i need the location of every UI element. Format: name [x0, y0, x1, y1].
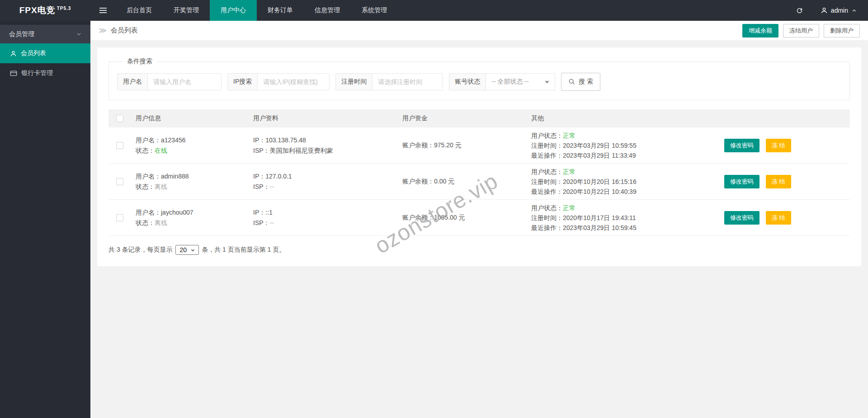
freeze-user-button[interactable]: 冻结用户 [783, 24, 819, 38]
search-button[interactable]: 搜 索 [561, 73, 600, 91]
change-password-button[interactable]: 修改密码 [724, 139, 760, 152]
hamburger-icon[interactable] [90, 0, 116, 21]
username-input[interactable] [148, 74, 221, 90]
change-password-button[interactable]: 修改密码 [724, 211, 760, 225]
username-value: admin888 [161, 173, 189, 180]
username-field-group: 用户名 [117, 73, 222, 90]
username-field-label: 用户名 [118, 74, 148, 90]
search-legend: 条件搜索 [123, 57, 157, 66]
member-list-card: 条件搜索 用户名 IP搜索 注册时间 账号状态 [97, 47, 861, 266]
isp-value: 美国加利福尼亚费利蒙 [270, 147, 333, 154]
sidebar-item-label: 银行卡管理 [21, 69, 53, 77]
sidebar: 会员管理 会员列表 银行卡管理 [0, 21, 90, 418]
pagination-suffix: 条，共 1 页当前显示第 1 页。 [202, 246, 285, 254]
nav-item-lottery[interactable]: 开奖管理 [163, 0, 210, 21]
reg-time-value: 2020年10月17日 19:43:11 [563, 214, 636, 221]
topbar: FPX电竞TP5.3 后台首页 开奖管理 用户中心 财务订单 信息管理 系统管理… [0, 0, 868, 21]
content: 条件搜索 用户名 IP搜索 注册时间 账号状态 [90, 41, 868, 273]
page-size-select[interactable]: 20 [175, 245, 199, 255]
select-caret-icon [190, 248, 195, 253]
row-freeze-button[interactable]: 冻 结 [766, 175, 791, 188]
row-freeze-button[interactable]: 冻 结 [766, 211, 791, 225]
online-status: 离线 [155, 219, 167, 226]
table-header: 用户信息 用户资料 用户资金 其他 [108, 109, 850, 127]
delete-user-button[interactable]: 删除用户 [824, 24, 860, 38]
change-password-button[interactable]: 修改密码 [724, 175, 760, 188]
column-other: 其他 [527, 114, 719, 122]
account-status-value: 正常 [563, 204, 576, 211]
column-user-fund: 用户资金 [398, 114, 527, 122]
sidebar-item-member-list[interactable]: 会员列表 [0, 43, 90, 63]
account-status-value: 正常 [563, 132, 576, 139]
online-status: 在线 [155, 147, 167, 154]
last-op-value: 2020年10月22日 10:40:39 [563, 188, 637, 195]
last-op-value: 2023年03月29日 11:33:49 [563, 152, 636, 159]
row-checkbox[interactable] [116, 142, 123, 149]
ip-value: 103.138.75.48 [265, 136, 306, 144]
balance-value: 0.00 [434, 178, 446, 185]
nav-item-user-center[interactable]: 用户中心 [210, 0, 257, 21]
bank-card-icon [10, 70, 17, 77]
pagination: 共 3 条记录，每页显示 20 条，共 1 页当前显示第 1 页。 [108, 245, 850, 255]
pagination-prefix: 共 3 条记录，每页显示 [108, 246, 173, 254]
search-icon [568, 78, 576, 85]
logo-version: TP5.3 [57, 6, 71, 11]
reg-time-value: 2020年10月20日 16:15:16 [563, 178, 637, 185]
table-row: 用户名：a123456 状态：在线 IP：103.138.75.48 ISP：美… [108, 127, 850, 164]
nav-item-info[interactable]: 信息管理 [304, 0, 351, 21]
double-chevron-icon: ≫ [99, 26, 107, 35]
nav-item-system[interactable]: 系统管理 [351, 0, 398, 21]
isp-value: -- [270, 183, 274, 190]
status-field-group: 账号状态 -- 全部状态 -- [449, 73, 555, 90]
user-menu[interactable]: admin [814, 0, 868, 21]
row-checkbox[interactable] [116, 214, 123, 221]
row-freeze-button[interactable]: 冻 结 [766, 139, 791, 152]
refresh-icon[interactable] [785, 0, 814, 21]
chevron-up-icon [851, 8, 857, 14]
add-balance-button[interactable]: 增减余额 [742, 24, 778, 38]
logo-text: FPX电竞 [19, 5, 56, 16]
reg-time-value: 2023年03月29日 10:59:55 [563, 142, 637, 149]
last-op-value: 2023年03月29日 10:59:45 [563, 224, 637, 231]
username-value: a123456 [161, 136, 186, 144]
nav-item-dashboard[interactable]: 后台首页 [116, 0, 163, 21]
topbar-right: admin [785, 0, 868, 21]
balance-value: 975.20 [434, 141, 453, 149]
ip-value: ::1 [265, 209, 273, 216]
ip-value: 127.0.0.1 [265, 173, 292, 180]
column-user-profile: 用户资料 [249, 114, 398, 122]
account-status-value: 正常 [563, 168, 576, 175]
row-checkbox[interactable] [116, 178, 123, 185]
table-row: 用户名：admin888 状态：离线 IP：127.0.0.1 ISP：-- 账… [108, 164, 850, 200]
sidebar-group-member-management[interactable]: 会员管理 [0, 25, 90, 43]
member-icon [10, 50, 17, 57]
regtime-input[interactable] [373, 74, 443, 90]
search-fieldset: 条件搜索 用户名 IP搜索 注册时间 账号状态 [108, 57, 850, 100]
sidebar-group-label: 会员管理 [9, 30, 34, 38]
column-user-info: 用户信息 [131, 114, 249, 122]
online-status: 离线 [155, 183, 167, 190]
regtime-field-label: 注册时间 [336, 74, 373, 90]
toolbar: 增减余额 冻结用户 删除用户 [742, 24, 860, 38]
select-all-checkbox[interactable] [116, 115, 123, 122]
regtime-field-group: 注册时间 [335, 73, 443, 90]
ip-field-label: IP搜索 [228, 74, 258, 90]
account-status-select[interactable]: -- 全部状态 -- [486, 74, 555, 90]
ip-search-input[interactable] [258, 74, 329, 90]
app-logo: FPX电竞TP5.3 [0, 0, 90, 21]
nav-item-finance[interactable]: 财务订单 [257, 0, 304, 21]
username-value: jaychou007 [161, 209, 193, 216]
username: admin [831, 7, 848, 14]
user-icon [821, 7, 828, 14]
sidebar-item-label: 会员列表 [21, 49, 46, 57]
main-area: ≫ 会员列表 增减余额 冻结用户 删除用户 条件搜索 用户名 IP搜索 [90, 21, 868, 418]
isp-value: -- [270, 219, 274, 226]
status-field-label: 账号状态 [449, 74, 486, 90]
table-row: 用户名：jaychou007 状态：离线 IP：::1 ISP：-- 账户余额：… [108, 200, 850, 236]
sidebar-item-bank-card[interactable]: 银行卡管理 [0, 63, 90, 83]
balance-value: 1085.00 [434, 214, 457, 221]
chevron-down-icon [75, 31, 82, 38]
table-body: 用户名：a123456 状态：在线 IP：103.138.75.48 ISP：美… [108, 127, 850, 236]
main-nav: 后台首页 开奖管理 用户中心 财务订单 信息管理 系统管理 [116, 0, 398, 21]
breadcrumb-bar: ≫ 会员列表 增减余额 冻结用户 删除用户 [90, 21, 868, 41]
